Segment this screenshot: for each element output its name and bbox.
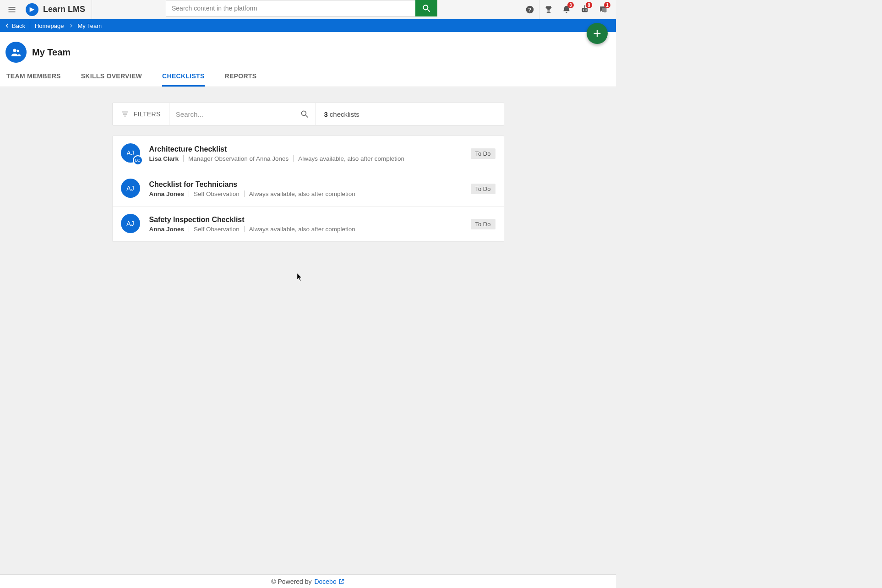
svg-point-12 — [13, 49, 16, 52]
messages-button[interactable]: 1 — [594, 0, 612, 19]
team-icon — [11, 47, 22, 58]
brand-name: Learn LMS — [43, 5, 85, 14]
separator — [244, 191, 245, 197]
trophy-button[interactable] — [539, 0, 557, 19]
checklist-row[interactable]: AJ Checklist for Technicians Anna Jones … — [113, 171, 504, 207]
footer: © Powered by Docebo — [0, 574, 616, 588]
page-header: My Team — [0, 32, 616, 64]
separator — [189, 226, 189, 232]
footer-link-text: Docebo — [314, 578, 336, 585]
footer-link[interactable]: Docebo — [314, 578, 344, 585]
separator — [244, 226, 245, 232]
checklist-panel: FILTERS 3 checklists AJ LC Architecture … — [112, 103, 504, 563]
checklist-row[interactable]: AJ LC Architecture Checklist Lisa Clark … — [113, 136, 504, 171]
checklist-meta: Anna Jones Self Observation Always avail… — [149, 226, 471, 233]
breadcrumb: Back Homepage My Team — [0, 19, 616, 32]
avatar-stack: AJ LC — [121, 143, 141, 163]
trophy-icon — [544, 5, 553, 14]
svg-line-20 — [305, 115, 308, 118]
availability: Always available, also after completion — [249, 191, 355, 197]
separator — [183, 155, 184, 162]
checklist-search-input[interactable] — [176, 110, 300, 118]
chevron-right-icon — [69, 23, 73, 28]
svg-point-11 — [584, 5, 586, 6]
breadcrumb-item-homepage[interactable]: Homepage — [30, 22, 69, 29]
row-body: Safety Inspection Checklist Anna Jones S… — [149, 216, 471, 233]
avatar-stack: AJ — [121, 179, 141, 199]
back-button[interactable]: Back — [4, 21, 30, 30]
checklist-row[interactable]: AJ Safety Inspection Checklist Anna Jone… — [113, 207, 504, 241]
external-link-icon — [338, 578, 345, 585]
plus-icon — [592, 28, 602, 38]
back-label: Back — [12, 22, 25, 29]
observation-type: Self Observation — [194, 191, 240, 197]
notifications-badge: 3 — [567, 2, 574, 8]
checklist-title: Safety Inspection Checklist — [149, 216, 471, 224]
observer-name: Anna Jones — [149, 226, 185, 233]
status-badge: To Do — [471, 184, 495, 194]
chevron-left-icon — [5, 23, 10, 28]
svg-point-8 — [583, 10, 584, 11]
hamburger-icon — [7, 5, 16, 14]
tab-skills-overview[interactable]: SKILLS OVERVIEW — [81, 71, 142, 87]
separator — [293, 155, 294, 162]
observer-name: Lisa Clark — [149, 155, 179, 162]
row-body: Checklist for Technicians Anna Jones Sel… — [149, 180, 471, 197]
status-badge: To Do — [471, 219, 495, 229]
top-bar: Learn LMS ? 3 8 1 — [0, 0, 616, 19]
page-title: My Team — [32, 47, 71, 58]
content-area: FILTERS 3 checklists AJ LC Architecture … — [0, 87, 616, 582]
separator — [189, 191, 189, 197]
row-body: Architecture Checklist Lisa Clark Manage… — [149, 145, 471, 162]
filter-icon — [121, 110, 129, 118]
breadcrumb-item-myteam[interactable]: My Team — [73, 22, 107, 29]
checklist-meta: Anna Jones Self Observation Always avail… — [149, 191, 471, 197]
brand-logo-icon — [26, 3, 38, 16]
svg-point-9 — [585, 10, 587, 11]
filters-button[interactable]: FILTERS — [113, 103, 169, 125]
help-icon: ? — [525, 5, 534, 14]
tab-checklists[interactable]: CHECKLISTS — [162, 71, 204, 87]
svg-line-4 — [428, 10, 430, 12]
observer-name: Anna Jones — [149, 191, 185, 197]
filters-label: FILTERS — [134, 110, 161, 118]
search-icon — [300, 109, 309, 119]
status-badge: To Do — [471, 148, 495, 159]
checklist-title: Checklist for Technicians — [149, 180, 471, 189]
availability: Always available, also after completion — [249, 226, 355, 233]
svg-text:?: ? — [528, 6, 531, 12]
checklist-list: AJ LC Architecture Checklist Lisa Clark … — [112, 136, 504, 242]
avatar: AJ — [121, 179, 140, 198]
availability: Always available, also after completion — [298, 155, 404, 162]
add-fab[interactable] — [587, 23, 608, 44]
svg-rect-7 — [582, 8, 588, 12]
global-search — [166, 0, 437, 16]
observation-type: Manager Observation of Anna Jones — [188, 155, 289, 162]
page: My Team TEAM MEMBERS SKILLS OVERVIEW CHE… — [0, 32, 616, 87]
checklist-search-cell — [169, 103, 316, 125]
search-icon — [422, 4, 431, 13]
avatar-secondary: LC — [133, 155, 143, 165]
messages-badge: 1 — [604, 2, 610, 8]
gamification-button[interactable]: 8 — [576, 0, 594, 19]
page-icon — [5, 42, 27, 63]
brand[interactable]: Learn LMS — [24, 0, 92, 19]
footer-prefix: © Powered by — [271, 578, 311, 585]
tabs: TEAM MEMBERS SKILLS OVERVIEW CHECKLISTS … — [0, 64, 616, 87]
menu-button[interactable] — [0, 0, 24, 19]
svg-point-13 — [17, 50, 19, 52]
count-label: checklists — [330, 110, 359, 118]
avatar-stack: AJ — [121, 214, 141, 234]
tab-team-members[interactable]: TEAM MEMBERS — [6, 71, 61, 87]
tab-reports[interactable]: REPORTS — [225, 71, 257, 87]
gamification-badge: 8 — [586, 2, 592, 8]
svg-point-19 — [301, 111, 306, 115]
search-input[interactable] — [166, 0, 415, 16]
observation-type: Self Observation — [194, 226, 240, 233]
help-button[interactable]: ? — [521, 0, 539, 19]
header-right-icons: ? 3 8 1 — [521, 0, 612, 19]
search-button[interactable] — [415, 0, 437, 16]
checklist-title: Architecture Checklist — [149, 145, 471, 153]
notifications-button[interactable]: 3 — [557, 0, 576, 19]
filter-bar: FILTERS 3 checklists — [112, 103, 504, 125]
